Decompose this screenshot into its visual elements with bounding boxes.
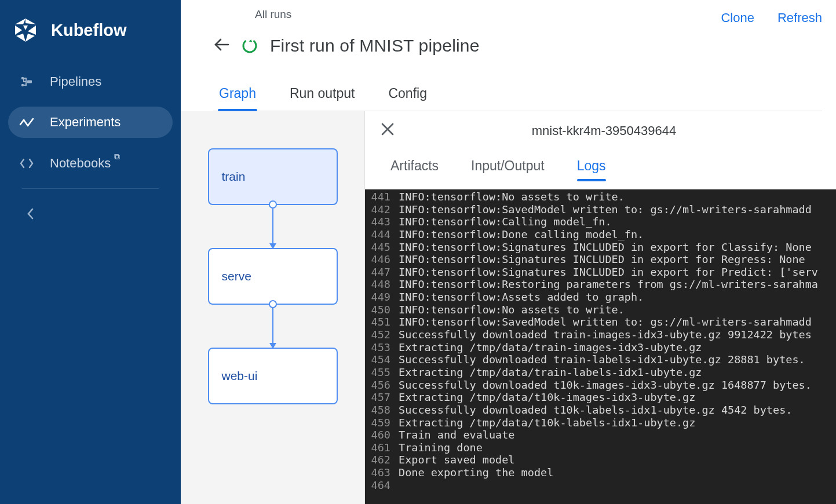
svg-point-8	[21, 84, 24, 87]
brand: Kubeflow	[0, 0, 181, 53]
graph-node-web-ui[interactable]: web-ui	[208, 348, 338, 404]
log-line-number: 447	[365, 266, 399, 279]
log-line: 456Successfully downloaded t10k-images-i…	[365, 379, 836, 392]
log-line-text: Train and evaluate	[399, 429, 836, 441]
experiments-icon	[19, 116, 35, 128]
back-button[interactable]	[213, 36, 229, 56]
graph-edge	[269, 305, 277, 348]
status-success-icon	[242, 38, 257, 53]
log-line-number: 454	[365, 353, 399, 366]
log-line-number: 463	[365, 466, 399, 479]
graph-node-label: web-ui	[222, 369, 258, 383]
svg-point-10	[242, 38, 257, 53]
log-line: 447INFO:tensorflow:Signatures INCLUDED i…	[365, 266, 836, 279]
run-tabs: Graph Run output Config	[213, 68, 822, 111]
divider	[22, 188, 159, 189]
log-line-text: Extracting /tmp/data/train-labels-idx1-u…	[399, 366, 836, 379]
panel-tabs: Artifacts Input/Output Logs	[365, 148, 836, 189]
log-line: 458Successfully downloaded t10k-labels-i…	[365, 404, 836, 417]
log-line: 441INFO:tensorflow:No assets to write.	[365, 191, 836, 203]
svg-marker-6	[23, 25, 28, 30]
log-line: 451INFO:tensorflow:SavedModel written to…	[365, 316, 836, 328]
log-line-number: 445	[365, 241, 399, 254]
refresh-button[interactable]: Refresh	[777, 10, 822, 25]
log-line: 457Extracting /tmp/data/t10k-images-idx3…	[365, 391, 836, 404]
log-line-text: Extracting /tmp/data/t10k-labels-idx1-ub…	[399, 417, 836, 429]
graph-node-label: train	[222, 170, 246, 184]
log-line-number: 459	[365, 417, 399, 429]
log-line: 449INFO:tensorflow:Assets added to graph…	[365, 291, 836, 304]
log-line: 461Training done	[365, 441, 836, 454]
pipeline-graph-canvas[interactable]: train serve web-ui	[181, 111, 365, 504]
notebooks-icon	[19, 158, 35, 169]
node-detail-panel: mnist-kkr4m-3950439644 Artifacts Input/O…	[365, 111, 836, 504]
log-line: 444INFO:tensorflow:Done calling model_fn…	[365, 228, 836, 241]
breadcrumb[interactable]: All runs	[255, 0, 721, 21]
log-line-text: INFO:tensorflow:Calling model_fn.	[399, 216, 836, 228]
graph-port-icon	[269, 300, 277, 308]
svg-marker-4	[16, 34, 25, 42]
log-line-number: 448	[365, 278, 399, 291]
page-header: All runs Clone Refresh First run of MNIS…	[181, 0, 836, 111]
log-line-text	[399, 479, 836, 492]
page-title: First run of MNIST pipeline	[270, 36, 480, 56]
log-line-number: 453	[365, 341, 399, 354]
workspace: train serve web-ui	[181, 111, 836, 504]
log-line-text: Successfully downloaded t10k-images-idx3…	[399, 379, 836, 392]
log-line-text: INFO:tensorflow:No assets to write.	[399, 191, 836, 203]
log-line-text: Done exporting the model	[399, 466, 836, 479]
sidebar-item-experiments[interactable]: Experiments	[8, 107, 173, 138]
graph-node-label: serve	[222, 269, 251, 283]
panel-title: mnist-kkr4m-3950439644	[395, 123, 813, 138]
log-line-number: 456	[365, 379, 399, 392]
close-panel-button[interactable]	[380, 122, 395, 140]
log-line: 462Export saved model	[365, 454, 836, 466]
sidebar-item-notebooks[interactable]: Notebooks⧉	[8, 147, 173, 179]
log-line-number: 462	[365, 454, 399, 466]
log-line-text: Extracting /tmp/data/t10k-images-idx3-ub…	[399, 391, 836, 404]
tab-config[interactable]: Config	[387, 86, 428, 111]
log-line-number: 457	[365, 391, 399, 404]
pipelines-icon	[19, 75, 35, 89]
log-line: 455Extracting /tmp/data/train-labels-idx…	[365, 366, 836, 379]
log-line-text: Extracting /tmp/data/train-images-idx3-u…	[399, 341, 836, 354]
collapse-sidebar-button[interactable]	[8, 204, 173, 227]
sidebar-item-label: Pipelines	[50, 74, 101, 89]
log-line-text: INFO:tensorflow:SavedModel written to: g…	[399, 316, 836, 328]
log-line: 443INFO:tensorflow:Calling model_fn.	[365, 216, 836, 228]
log-line-text: INFO:tensorflow:SavedModel written to: g…	[399, 203, 836, 216]
graph-node-serve[interactable]: serve	[208, 248, 338, 305]
log-line-text: INFO:tensorflow:No assets to write.	[399, 304, 836, 316]
panel-tab-artifacts[interactable]: Artifacts	[390, 158, 439, 181]
panel-header: mnist-kkr4m-3950439644	[365, 111, 836, 148]
svg-marker-1	[15, 19, 25, 24]
log-line-number: 443	[365, 216, 399, 228]
sidebar-item-label: Experiments	[50, 115, 121, 130]
log-line-number: 460	[365, 429, 399, 441]
app-sidebar: Kubeflow Pipelines Experiments Notebooks…	[0, 0, 181, 504]
kubeflow-logo-icon	[13, 17, 38, 43]
graph-node-train[interactable]: train	[208, 148, 338, 205]
log-line-text: Successfully downloaded t10k-labels-idx1…	[399, 404, 836, 417]
log-line: 463Done exporting the model	[365, 466, 836, 479]
tab-graph[interactable]: Graph	[218, 86, 257, 111]
log-line-number: 451	[365, 316, 399, 328]
log-line: 450INFO:tensorflow:No assets to write.	[365, 304, 836, 316]
log-line: 442INFO:tensorflow:SavedModel written to…	[365, 203, 836, 216]
log-line-text: Export saved model	[399, 454, 836, 466]
svg-marker-5	[25, 34, 35, 42]
log-line-text: INFO:tensorflow:Restoring parameters fro…	[399, 278, 836, 291]
log-line-text: Successfully downloaded train-images-idx…	[399, 328, 836, 341]
log-line: 464	[365, 479, 836, 492]
sidebar-item-pipelines[interactable]: Pipelines	[8, 66, 173, 97]
log-line: 454Successfully downloaded train-labels-…	[365, 353, 836, 366]
tab-run-output[interactable]: Run output	[289, 86, 356, 111]
panel-tab-logs[interactable]: Logs	[577, 158, 606, 181]
panel-tab-input-output[interactable]: Input/Output	[471, 158, 545, 181]
log-line: 452Successfully downloaded train-images-…	[365, 328, 836, 341]
log-line-text: Training done	[399, 441, 836, 454]
log-line-text: INFO:tensorflow:Signatures INCLUDED in e…	[399, 253, 836, 266]
log-viewer[interactable]: 441INFO:tensorflow:No assets to write.44…	[365, 189, 836, 504]
clone-button[interactable]: Clone	[721, 10, 754, 25]
log-line: 446INFO:tensorflow:Signatures INCLUDED i…	[365, 253, 836, 266]
